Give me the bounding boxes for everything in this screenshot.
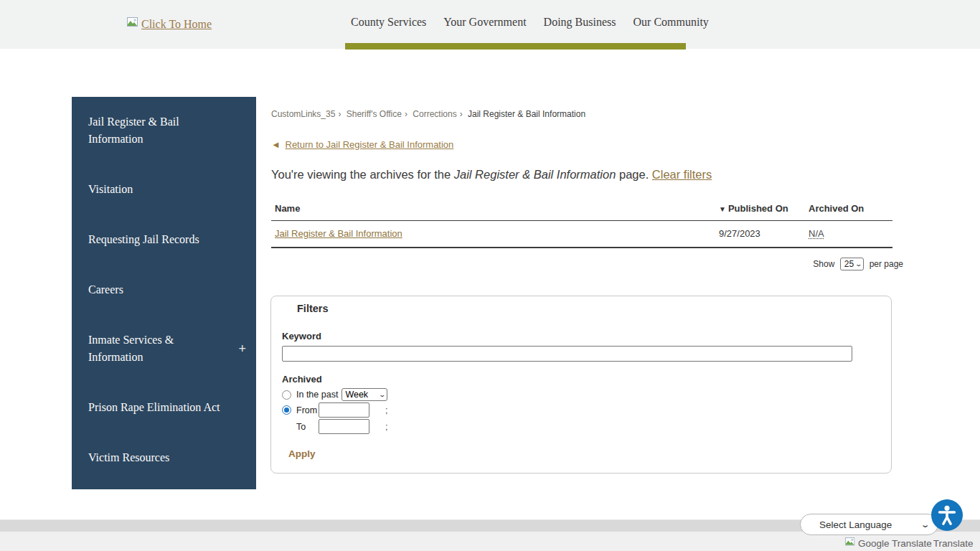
broken-image-icon [127, 17, 140, 32]
sidebar-item-prea[interactable]: Prison Rape Elimination Act [72, 382, 256, 433]
broken-image-icon [845, 537, 857, 550]
per-page-select[interactable]: 25 [844, 259, 864, 269]
column-header-published[interactable]: ▼Published On [715, 197, 805, 221]
filters-panel: Filters Keyword Archived In the past Wee… [270, 296, 892, 474]
accessibility-button[interactable] [931, 499, 963, 531]
archive-item-link[interactable]: Jail Register & Bail Information [275, 228, 402, 239]
in-the-past-row: In the past Week ⌄ [282, 388, 387, 401]
per-page-select-wrap: 25 ⌄ [840, 258, 864, 270]
sidebar-item-label: Jail Register & Bail Information [88, 116, 179, 145]
back-arrow-icon: ◄ [271, 139, 281, 150]
accessibility-person-icon [935, 503, 959, 527]
to-row: To ; [296, 419, 387, 434]
in-the-past-radio[interactable] [282, 390, 291, 400]
sidebar-item-jail-register[interactable]: Jail Register & Bail Information [72, 97, 256, 164]
from-label: From [296, 405, 319, 415]
notice-prefix: You're viewing the archives for the [271, 168, 454, 181]
sidebar-item-requesting-jail-records[interactable]: Requesting Jail Records [72, 215, 256, 265]
sidebar-item-label: Visitation [88, 183, 133, 195]
in-the-past-label: In the past [296, 390, 338, 400]
apply-button[interactable]: Apply [288, 448, 316, 459]
sidebar-item-label: Careers [88, 283, 123, 296]
google-translate-alt-text: Google Translate [858, 538, 932, 549]
published-on-value: 9/27/2023 [715, 221, 805, 248]
top-nav: County Services Your Government Doing Bu… [351, 16, 709, 29]
keyword-label: Keyword [282, 331, 321, 342]
home-link-label: Click To Home [141, 18, 212, 31]
breadcrumb-separator: › [460, 109, 463, 119]
sidebar-item-label: Inmate Services & Information [88, 334, 174, 363]
sidebar-item-label: Prison Rape Elimination Act [88, 401, 220, 413]
home-link[interactable]: Click To Home [127, 17, 212, 32]
language-selector[interactable]: Select Language ⌄ [800, 514, 938, 535]
from-date-input[interactable] [319, 402, 369, 418]
archived-options: In the past Week ⌄ From ; To ; [282, 388, 387, 435]
site-header: Click To Home County Services Your Gover… [0, 0, 980, 49]
notice-suffix: page. [616, 168, 651, 181]
breadcrumb-separator: › [338, 109, 341, 119]
page: Click To Home County Services Your Gover… [0, 0, 980, 551]
archive-notice: You're viewing the archives for the Jail… [271, 168, 904, 182]
table-row: Jail Register & Bail Information 9/27/20… [271, 221, 892, 248]
notice-page-name: Jail Register & Bail Information [454, 168, 616, 181]
translate-label[interactable]: Translate [933, 538, 974, 549]
keyword-input[interactable] [282, 346, 852, 362]
archives-table: Name ▼Published On Archived On Jail Regi… [271, 197, 892, 248]
sidebar-item-inmate-services[interactable]: Inmate Services & Information + [72, 315, 256, 382]
google-translate-attribution: Google Translate Translate [845, 537, 974, 550]
expand-plus-icon[interactable]: + [238, 340, 246, 357]
to-date-input[interactable] [319, 419, 369, 434]
breadcrumb-separator: › [405, 109, 407, 119]
filters-title: Filters [297, 303, 329, 314]
nav-county-services[interactable]: County Services [351, 16, 426, 29]
period-select-wrap: Week ⌄ [341, 388, 387, 401]
column-header-name[interactable]: Name [271, 197, 715, 221]
clear-filters-link[interactable]: Clear filters [652, 168, 712, 181]
archived-label: Archived [282, 374, 322, 385]
to-separator: ; [385, 422, 387, 432]
breadcrumb-corrections[interactable]: Corrections [413, 109, 456, 119]
breadcrumb-customlinks[interactable]: CustomLinks_35 [271, 109, 335, 119]
archived-on-value: N/A [809, 228, 824, 239]
sidebar: Jail Register & Bail Information Visitat… [72, 97, 256, 489]
from-separator: ; [385, 405, 387, 415]
sidebar-item-label: Requesting Jail Records [88, 233, 199, 245]
breadcrumb-current: Jail Register & Bail Information [468, 109, 585, 119]
sidebar-item-visitation[interactable]: Visitation [72, 164, 256, 215]
per-page-label: per page [870, 259, 903, 269]
nav-our-community[interactable]: Our Community [633, 16, 709, 29]
date-range-radio[interactable] [282, 405, 291, 415]
show-label: Show [813, 259, 834, 269]
column-header-archived[interactable]: Archived On [805, 197, 892, 221]
nav-doing-business[interactable]: Doing Business [544, 16, 616, 29]
nav-your-government[interactable]: Your Government [443, 16, 526, 29]
return-link-label: Return to Jail Register & Bail Informati… [286, 139, 454, 150]
language-selector-label: Select Language [819, 519, 892, 530]
breadcrumb-sheriffs-office[interactable]: Sheriff's Office [347, 109, 402, 119]
sidebar-item-careers[interactable]: Careers [72, 265, 256, 315]
breadcrumb: CustomLinks_35› Sheriff's Office› Correc… [271, 109, 904, 119]
return-link[interactable]: ◄ Return to Jail Register & Bail Informa… [271, 139, 453, 150]
per-page-control: Show 25 ⌄ per page [271, 258, 903, 270]
to-label: To [296, 422, 319, 432]
sidebar-item-label: Victim Resources [88, 451, 169, 463]
sort-desc-icon: ▼ [719, 205, 726, 213]
chevron-down-icon: ⌄ [920, 520, 930, 529]
main-content: CustomLinks_35› Sheriff's Office› Correc… [271, 109, 904, 270]
column-header-published-label: Published On [728, 203, 788, 214]
sidebar-item-victim-resources[interactable]: Victim Resources [72, 433, 256, 483]
nav-underline-bar [345, 43, 686, 50]
period-select[interactable]: Week [345, 390, 388, 400]
from-row: From ; [282, 402, 387, 418]
